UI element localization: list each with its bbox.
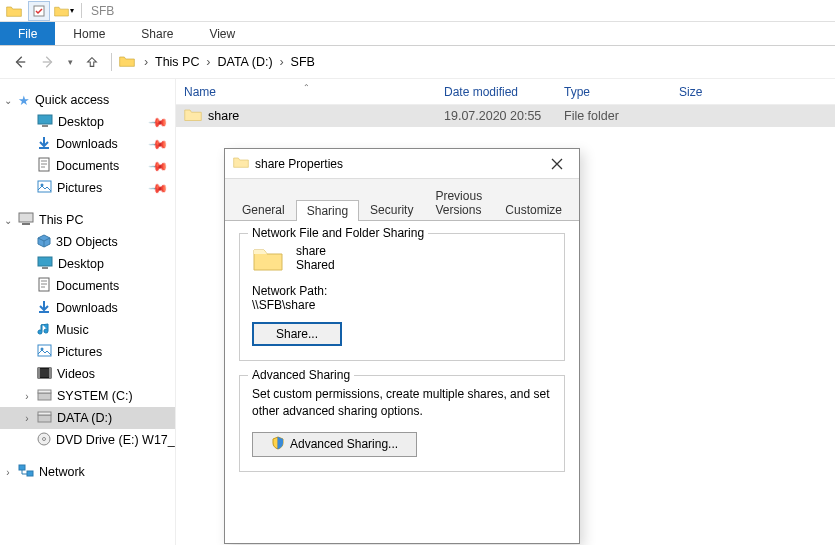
tab-general[interactable]: General <box>231 199 296 220</box>
svg-rect-16 <box>38 393 51 400</box>
svg-rect-11 <box>38 345 51 356</box>
tree-downloads[interactable]: Downloads📌 <box>0 133 175 155</box>
tree-this-pc[interactable]: ⌄This PC <box>0 209 175 231</box>
video-icon <box>37 367 52 382</box>
svg-rect-15 <box>49 368 51 378</box>
breadcrumb-this-pc[interactable]: This PC <box>153 53 201 71</box>
breadcrumb-folder-icon <box>119 54 135 71</box>
picture-icon <box>37 344 52 360</box>
tree-dvd-drive[interactable]: DVD Drive (E:) W17_ <box>0 429 175 451</box>
drive-icon <box>37 411 52 426</box>
tree-desktop-pc[interactable]: Desktop <box>0 253 175 275</box>
nav-back-button[interactable] <box>8 50 32 74</box>
tree-pictures[interactable]: Pictures📌 <box>0 177 175 199</box>
tree-documents[interactable]: Documents📌 <box>0 155 175 177</box>
pc-icon <box>18 212 34 229</box>
chevron-right-icon[interactable]: › <box>141 55 151 69</box>
share-button[interactable]: Share... <box>252 322 342 346</box>
tree-pictures-pc[interactable]: Pictures <box>0 341 175 363</box>
group-network-sharing: Network File and Folder Sharing share Sh… <box>239 233 565 361</box>
close-button[interactable] <box>543 153 571 175</box>
tab-customize[interactable]: Customize <box>494 199 573 220</box>
svg-rect-7 <box>22 223 30 225</box>
breadcrumb[interactable]: › This PC › DATA (D:) › SFB <box>119 53 317 71</box>
nav-recent-dropdown[interactable]: ▾ <box>64 50 76 74</box>
disc-icon <box>37 432 51 449</box>
tab-view[interactable]: View <box>191 22 253 45</box>
tree-3d-objects[interactable]: 3D Objects <box>0 231 175 253</box>
tab-file[interactable]: File <box>0 22 55 45</box>
network-path-value: \\SFB\share <box>252 298 552 312</box>
pin-icon: 📌 <box>148 111 170 133</box>
breadcrumb-drive[interactable]: DATA (D:) <box>215 53 274 71</box>
svg-rect-19 <box>38 412 51 415</box>
tab-security[interactable]: Security <box>359 199 424 220</box>
tree-system-drive[interactable]: ›SYSTEM (C:) <box>0 385 175 407</box>
column-headers: Name⌃ Date modified Type Size <box>176 79 835 105</box>
folder-icon <box>184 107 202 125</box>
tab-previous-versions[interactable]: Previous Versions <box>424 185 494 220</box>
network-icon <box>18 464 34 480</box>
advanced-sharing-button[interactable]: Advanced Sharing... <box>252 432 417 457</box>
svg-rect-6 <box>19 213 33 222</box>
group-advanced-sharing: Advanced Sharing Set custom permissions,… <box>239 375 565 472</box>
pin-icon: 📌 <box>148 155 170 177</box>
share-name: share <box>296 244 335 258</box>
qat-properties-icon[interactable] <box>28 1 50 21</box>
window-title: SFB <box>91 4 114 18</box>
folder-icon <box>233 155 249 172</box>
group-title: Network File and Folder Sharing <box>248 226 428 240</box>
tab-share[interactable]: Share <box>123 22 191 45</box>
tree-music[interactable]: Music <box>0 319 175 341</box>
tree-network[interactable]: ›Network <box>0 461 175 483</box>
group-title: Advanced Sharing <box>248 368 354 382</box>
col-name[interactable]: Name⌃ <box>176 85 436 99</box>
tree-desktop[interactable]: Desktop📌 <box>0 111 175 133</box>
drive-icon <box>37 389 52 404</box>
pin-icon: 📌 <box>148 177 170 199</box>
svg-point-21 <box>43 437 46 440</box>
col-size[interactable]: Size <box>671 85 741 99</box>
tab-sharing[interactable]: Sharing <box>296 200 359 221</box>
tree-videos[interactable]: Videos <box>0 363 175 385</box>
document-icon <box>37 157 51 175</box>
tab-home[interactable]: Home <box>55 22 123 45</box>
share-status: Shared <box>296 258 335 272</box>
chevron-right-icon[interactable]: › <box>203 55 213 69</box>
svg-rect-4 <box>38 181 51 192</box>
svg-rect-17 <box>38 390 51 393</box>
pin-icon: 📌 <box>148 133 170 155</box>
tree-downloads-pc[interactable]: Downloads <box>0 297 175 319</box>
svg-rect-8 <box>38 257 52 266</box>
svg-rect-22 <box>19 465 25 470</box>
download-icon <box>37 300 51 317</box>
svg-rect-2 <box>42 125 48 127</box>
sort-indicator-icon: ⌃ <box>303 83 310 92</box>
nav-forward-button[interactable] <box>36 50 60 74</box>
svg-rect-1 <box>38 115 52 124</box>
nav-up-button[interactable] <box>80 50 104 74</box>
svg-rect-9 <box>42 267 48 269</box>
chevron-right-icon[interactable]: › <box>277 55 287 69</box>
file-name: share <box>208 109 239 123</box>
ribbon-tabs: File Home Share View <box>0 22 835 46</box>
dialog-tabs: General Sharing Security Previous Versio… <box>225 179 579 220</box>
tree-documents-pc[interactable]: Documents <box>0 275 175 297</box>
tree-data-drive[interactable]: ›DATA (D:) <box>0 407 175 429</box>
desktop-icon <box>37 114 53 130</box>
cube-icon <box>37 234 51 251</box>
qat-dropdown-icon[interactable]: ▾ <box>53 1 75 21</box>
tree-quick-access[interactable]: ⌄★Quick access <box>0 89 175 111</box>
music-icon <box>37 322 51 339</box>
col-date[interactable]: Date modified <box>436 85 556 99</box>
advanced-sharing-text: Set custom permissions, create multiple … <box>252 386 552 420</box>
svg-rect-18 <box>38 415 51 422</box>
shield-icon <box>271 436 285 453</box>
dialog-titlebar[interactable]: share Properties <box>225 149 579 179</box>
big-folder-icon <box>252 244 284 274</box>
download-icon <box>37 136 51 153</box>
col-type[interactable]: Type <box>556 85 671 99</box>
breadcrumb-folder[interactable]: SFB <box>289 53 317 71</box>
qat-folder-icon[interactable] <box>3 1 25 21</box>
file-row[interactable]: share 19.07.2020 20:55 File folder <box>176 105 835 127</box>
